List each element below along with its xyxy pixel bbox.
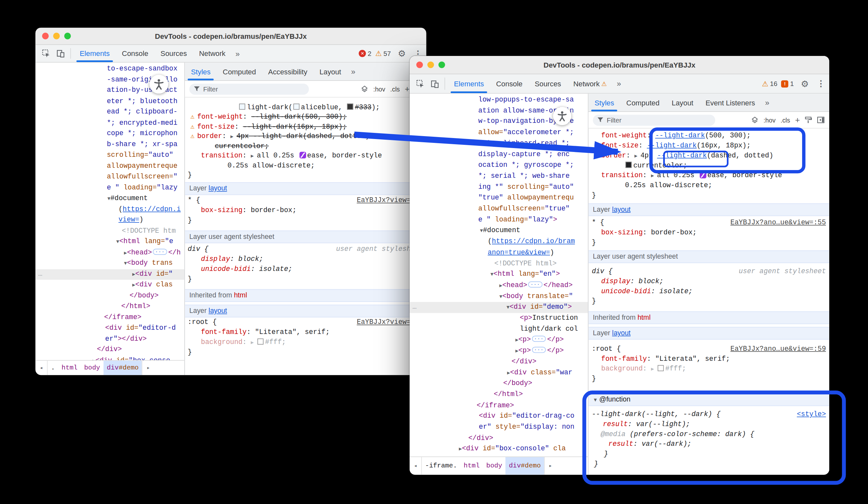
breadcrumb-scroll-left[interactable]: ◂ xyxy=(410,457,422,475)
css-declaration-line[interactable]: ⚠border: ▶ 4px --light-dark(dashed, dott… xyxy=(185,131,426,141)
dom-tree-row[interactable]: ▶<head>···</h xyxy=(35,247,185,258)
css-declaration-line[interactable]: * {EaYBJJx?view= xyxy=(185,195,426,205)
zoom-button[interactable] xyxy=(64,33,71,39)
kebab-menu-icon[interactable]: ⋮ xyxy=(816,79,826,89)
dom-tree-row[interactable]: to-escape-sandbox xyxy=(35,64,185,74)
titlebar-back[interactable]: DevTools - codepen.io/bramus/pen/EaYBJJx xyxy=(35,28,426,45)
dom-tree-row[interactable]: "true" allowpaymentrequ xyxy=(410,193,588,204)
dom-tree-row[interactable]: ▼<html lang="en"> xyxy=(410,269,588,280)
console-warnings-badge[interactable]: ⚠16 xyxy=(762,80,777,88)
dom-tree-row[interactable]: display-capture *; enc xyxy=(410,149,588,160)
css-declaration-line[interactable]: unicode-bidi: isolate; xyxy=(589,286,829,296)
new-style-rule-button[interactable]: + xyxy=(795,115,800,124)
dom-tree-row[interactable]: …▼<div id="demo"> xyxy=(410,302,588,313)
inspect-element-icon[interactable] xyxy=(39,45,53,62)
close-button[interactable] xyxy=(416,61,423,68)
tab-layout[interactable]: Layout xyxy=(665,94,699,112)
dom-tree-row[interactable]: ▼#document xyxy=(35,193,185,204)
dom-tree-row[interactable]: ▶<p>···</p> xyxy=(410,335,588,345)
css-declaration-line[interactable]: } xyxy=(589,190,829,200)
dom-tree-row[interactable]: <!DOCTYPE htm xyxy=(35,226,185,236)
expand-ellipsis-button[interactable]: ··· xyxy=(532,347,546,353)
more-tabs-icon[interactable]: » xyxy=(231,45,244,62)
tab-computed[interactable]: Computed xyxy=(620,94,665,112)
css-declaration-line[interactable]: font-family: "Literata", serif; xyxy=(185,327,426,337)
breadcrumb-item[interactable]: -iframe. xyxy=(422,457,460,475)
zoom-button[interactable] xyxy=(438,61,445,68)
rule-origin-link[interactable]: EaYBJJx?ano…ue&view=:55 xyxy=(730,218,826,228)
css-declaration-line[interactable]: @media (prefers-color-scheme: dark) { xyxy=(589,429,829,439)
css-declaration-line[interactable]: currentcolor; xyxy=(589,161,829,171)
tab-styles[interactable]: Styles xyxy=(589,94,620,112)
tab-event-listeners[interactable]: Event Listeners xyxy=(699,94,761,112)
inspect-element-icon[interactable] xyxy=(413,74,427,93)
breadcrumb-scroll-right[interactable]: ▸ xyxy=(142,361,154,375)
dom-tree-row[interactable]: </html> xyxy=(410,390,588,400)
css-declaration-line[interactable]: } xyxy=(589,450,829,460)
dom-tree-row[interactable]: ing *" scrolling="auto" xyxy=(410,182,588,193)
dom-tree-row[interactable]: ocation *; gyroscope *; xyxy=(410,160,588,171)
tab-console[interactable]: Console xyxy=(490,74,528,93)
css-declaration-line[interactable]: background: ▶ #fff; xyxy=(185,337,426,347)
dom-tree-row[interactable]: ▼#document xyxy=(410,226,588,236)
dom-tree-row[interactable]: <!DOCTYPE html> xyxy=(410,258,588,269)
paint-icon[interactable] xyxy=(805,117,812,123)
css-declaration-line[interactable]: unicode-bidi: isolate; xyxy=(185,264,426,274)
more-tabs-icon[interactable]: » xyxy=(613,74,625,93)
breadcrumb-item[interactable]: div#demo xyxy=(103,361,142,375)
tab-styles[interactable]: Styles xyxy=(185,63,216,81)
cubic-bezier-icon[interactable] xyxy=(299,152,306,159)
dom-tree-row[interactable]: anon=true&view=) xyxy=(410,248,588,258)
dom-tree-row[interactable]: allow="accelerometer *; xyxy=(410,127,588,138)
css-declaration-line[interactable]: font-family: "Literata", serif; xyxy=(589,354,829,364)
dom-tree-row[interactable]: e " loading="lazy xyxy=(35,183,185,193)
expand-ellipsis-button[interactable]: ··· xyxy=(528,281,543,288)
expand-ellipsis-button[interactable]: ··· xyxy=(153,249,167,255)
element-state-icon[interactable] xyxy=(751,117,758,123)
css-declaration-line[interactable]: 0.25s allow-discrete; xyxy=(185,161,426,171)
css-declaration-line[interactable]: currentcolor; xyxy=(185,141,426,151)
css-declaration-line[interactable]: transition: ▶ all 0.25s ease, border-sty… xyxy=(589,171,829,181)
breadcrumb-item[interactable]: body xyxy=(81,361,103,375)
breadcrumb-scroll-right[interactable]: ▸ xyxy=(544,457,556,475)
more-tabs-icon[interactable]: » xyxy=(761,94,773,112)
more-tabs-icon[interactable]: » xyxy=(347,63,359,81)
filter-input[interactable]: Filter xyxy=(593,114,715,125)
dom-tree-row[interactable]: <div id="editor-drag-co xyxy=(410,411,588,422)
filter-input[interactable]: Filter xyxy=(189,83,309,94)
tab-layout[interactable]: Layout xyxy=(313,63,347,81)
tab-elements[interactable]: Elements xyxy=(74,45,116,62)
css-declaration-line[interactable]: font-size: --light-dark(16px, 18px); xyxy=(589,141,829,151)
settings-gear-icon[interactable]: ⚙ xyxy=(395,48,409,59)
class-toggle-button[interactable]: .cls xyxy=(390,86,400,92)
dom-tree-row[interactable]: *; encrypted-medi xyxy=(35,118,185,128)
rule-origin-link[interactable]: EaYBJJx?ano…ue&view=:59 xyxy=(730,344,826,354)
expand-ellipsis-button[interactable]: ··· xyxy=(532,336,546,342)
dom-tree-row[interactable]: allowfullscreen=" xyxy=(35,172,185,182)
dom-tree-row[interactable]: er" style="display: non xyxy=(410,422,588,433)
rule-origin-link[interactable]: user agent stylesheet xyxy=(739,266,826,276)
dom-tree-row[interactable]: <p>Instruction xyxy=(410,313,588,324)
css-declaration-line[interactable]: font-weight: --light-dark(500, 300); xyxy=(589,131,829,141)
dom-tree-row[interactable]: </body> xyxy=(410,379,588,389)
css-declaration-line[interactable]: div {user agent stylesheet xyxy=(589,266,829,276)
close-button[interactable] xyxy=(42,33,49,39)
breadcrumb-scroll-left[interactable]: ◂ xyxy=(35,361,48,375)
css-declaration-line[interactable]: display: block; xyxy=(185,254,426,264)
issues-badge[interactable]: !1 xyxy=(781,80,794,88)
dom-tree-row[interactable]: ▶<p>···</p> xyxy=(410,345,588,356)
rule-origin-link[interactable]: EaYBJJx?view= xyxy=(356,317,411,327)
dom-tree-row[interactable]: ▼<body translate=" xyxy=(410,291,588,302)
css-declaration-line[interactable]: box-sizing: border-box; xyxy=(185,205,426,215)
css-declaration-line[interactable]: display: block; xyxy=(589,276,829,286)
settings-gear-icon[interactable]: ⚙ xyxy=(798,78,812,89)
dom-tree-row[interactable]: a *; clipboard-read *; xyxy=(410,138,588,149)
dom-tree-row[interactable]: allowpaymentreque xyxy=(35,161,185,172)
dom-tree-row[interactable]: ead *; clipboard- xyxy=(35,107,185,118)
css-declaration-line[interactable]: } xyxy=(589,238,829,248)
tab-network[interactable]: Network⚠ xyxy=(567,74,613,93)
dom-tree-row[interactable]: b-share *; xr-spa xyxy=(35,139,185,150)
new-style-rule-button[interactable]: + xyxy=(405,84,410,93)
device-toolbar-icon[interactable] xyxy=(427,74,442,93)
tab-elements[interactable]: Elements xyxy=(448,74,490,93)
